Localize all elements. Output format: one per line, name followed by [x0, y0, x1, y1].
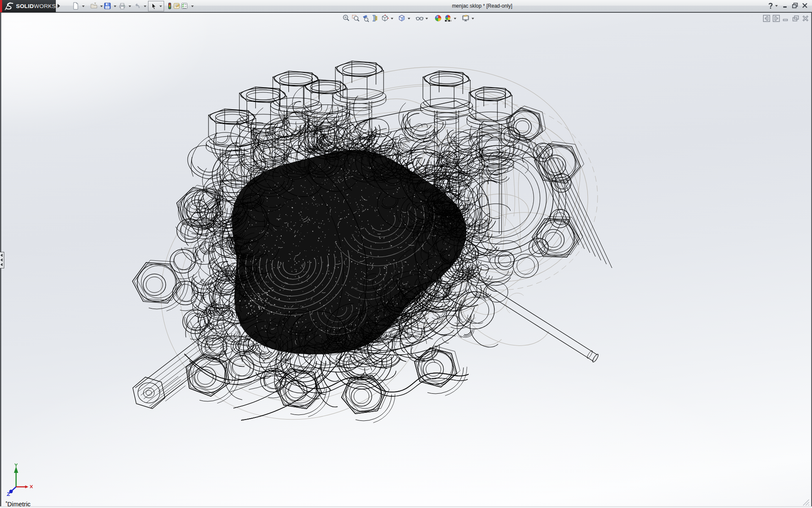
btn-select[interactable] [148, 1, 159, 11]
btn-open[interactable] [90, 2, 98, 11]
solidworks-window: SOLIDWORKS menjac sklop * [Read-only] *D… [0, 0, 812, 508]
panel-tab[interactable] [0, 252, 4, 268]
model-wireframe [0, 0, 812, 508]
btn-filter[interactable] [166, 2, 173, 11]
resize-grip [802, 499, 811, 506]
btn-save[interactable] [104, 2, 111, 11]
dd-select[interactable] [159, 1, 164, 11]
btn-print[interactable] [118, 2, 126, 11]
btn-help[interactable] [767, 2, 774, 11]
btn-undo[interactable] [134, 2, 141, 11]
viewport-controls [763, 15, 809, 22]
logo: SOLIDWORKS [2, 0, 56, 12]
dd-print[interactable] [128, 2, 132, 11]
dd-help[interactable] [774, 2, 779, 11]
dd-save[interactable] [113, 2, 117, 11]
triad [4, 462, 42, 498]
dd-undo[interactable] [143, 2, 147, 11]
dd-new[interactable] [81, 2, 85, 11]
dd-list[interactable] [190, 2, 195, 11]
btn-props[interactable] [173, 2, 181, 11]
btn-list[interactable] [181, 2, 188, 11]
window-title: menjac sklop * [Read-only] [321, 0, 643, 12]
status-bar [0, 506, 812, 508]
dd-open[interactable] [99, 2, 104, 11]
btn-min[interactable] [782, 2, 789, 11]
btn-close[interactable] [801, 2, 808, 11]
btn-restore[interactable] [792, 2, 798, 11]
btn-new[interactable] [72, 2, 80, 11]
headsup-toolbar [342, 14, 475, 23]
title-bar: SOLIDWORKS menjac sklop * [Read-only] [0, 0, 812, 12]
